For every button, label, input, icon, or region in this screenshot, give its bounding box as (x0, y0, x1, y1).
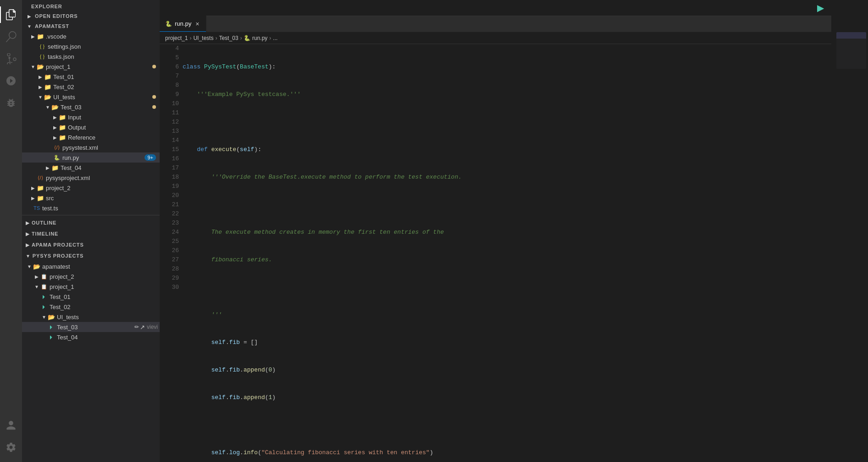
folder-icon5: 📁 (59, 124, 66, 131)
folder-icon8: 📁 (37, 184, 44, 192)
vscode-folder[interactable]: ▶ 📁 .vscode (22, 31, 160, 41)
chevron-right-icon4: ▶ (51, 113, 59, 121)
chevron-down-icon8: ▼ (40, 313, 48, 321)
chevron-right-icon5: ▶ (51, 124, 59, 131)
apama-projects-label: APAMA PROJECTS (32, 242, 84, 248)
chevron-right-icon7: ▶ (44, 164, 51, 171)
chevron-down-icon2: ▼ (29, 63, 37, 70)
breadcrumb: project_1 › UI_tests › Test_03 › 🐍 run.p… (160, 32, 831, 44)
test03-folder[interactable]: ▼ 📂 Test_03 (22, 102, 160, 112)
test02-label: Test_02 (51, 84, 160, 90)
run-py-tab[interactable]: 🐍 run.py × (160, 16, 206, 32)
pysys-test02[interactable]: ⏵ Test_02 (22, 302, 160, 312)
settings-json-file[interactable]: { } settings.json (22, 41, 160, 51)
uitests-folder[interactable]: ▼ 📂 UI_tests (22, 92, 160, 102)
pysys-test04[interactable]: ⏵ Test_04 (22, 332, 160, 342)
pysys-projects-label: PYSYS PROJECTS (33, 253, 83, 259)
cursor-indicator: ↗ (140, 324, 145, 331)
timeline-section-header[interactable]: ▶ TIMELINE (22, 228, 160, 239)
apamatest-label: APAMATEST (33, 23, 160, 29)
reference-folder[interactable]: ▶ 📁 Reference (22, 132, 160, 142)
tab-close-button[interactable]: × (194, 20, 200, 28)
chevron-down-icon6: ▼ (26, 263, 33, 270)
tasks-json-file[interactable]: { } tasks.json (22, 51, 160, 62)
apama-projects-header[interactable]: ▶ APAMA PROJECTS (22, 239, 160, 250)
pysys-uitests[interactable]: ▼ 📂 UI_tests (22, 312, 160, 322)
src-folder[interactable]: ▶ 📁 src (22, 193, 160, 203)
outline-section-header[interactable]: ▶ OUTLINE (22, 217, 160, 228)
pysys-project2[interactable]: ▶ 📋 project_2 (22, 271, 160, 282)
pysys-apamatest-folder[interactable]: ▼ 📂 apamatest (22, 261, 160, 271)
tab-label: run.py (175, 20, 191, 27)
breadcrumb-sep3: › (240, 35, 242, 41)
output-folder[interactable]: ▶ 📁 Output (22, 122, 160, 132)
open-editors-section[interactable]: ▶ OPEN EDITORS (22, 11, 160, 21)
code-editor[interactable]: 4 5 6 7 8 9 10 11 12 13 14 15 16 17 18 1… (160, 44, 831, 462)
reference-label: Reference (66, 134, 160, 141)
run-test-icon4: ⏵ (48, 333, 55, 341)
test04-folder[interactable]: ▶ 📁 Test_04 (22, 163, 160, 173)
pysys-project2-label: project_2 (48, 273, 160, 280)
pysystest-xml-label: pysystest.xml (61, 144, 160, 151)
folder-icon6: 📁 (59, 134, 66, 141)
folder-open-icon2: 📂 (44, 93, 51, 101)
code-content[interactable]: class PySysTest(BaseTest): '''Example Py… (183, 44, 831, 462)
project2-folder[interactable]: ▶ 📁 project_2 (22, 183, 160, 193)
pysys-test02-label: Test_02 (48, 304, 160, 310)
run-button[interactable]: ▶ (817, 2, 824, 13)
settings-json-label: settings.json (46, 43, 160, 50)
pysys-test03[interactable]: ⏵ Test_03 ✏ ↗ vievi (22, 322, 160, 332)
settings-activity-item[interactable] (0, 436, 22, 458)
src-label: src (44, 195, 160, 202)
activity-bar (0, 0, 22, 462)
pysys-project-icon2: 📋 (40, 283, 48, 290)
breadcrumb-uitests[interactable]: UI_tests (193, 35, 213, 41)
folder-open-icon4: 📂 (33, 263, 40, 270)
chevron-down-icon3: ▼ (37, 93, 44, 101)
divider1 (22, 215, 160, 215)
breadcrumb-runpy[interactable]: 🐍 run.py (244, 35, 267, 41)
uitests-badge (152, 95, 156, 99)
py-file-icon: 🐍 (53, 154, 61, 161)
tasks-json-label: tasks.json (46, 53, 160, 60)
explorer-activity-item[interactable] (0, 4, 22, 26)
folder-open-icon3: 📂 (51, 103, 59, 111)
breadcrumb-test03[interactable]: Test_03 (219, 35, 238, 41)
folder-icon4: 📁 (59, 113, 66, 121)
input-folder[interactable]: ▶ 📁 Input (22, 112, 160, 122)
pysys-projects-header[interactable]: ▼ PYSYS PROJECTS (22, 250, 160, 261)
pysysproject-xml-file[interactable]: ⟨/⟩ pysysproject.xml (22, 173, 160, 183)
source-control-activity-item[interactable] (0, 48, 22, 70)
pysystest-xml-file[interactable]: ⟨/⟩ pysystest.xml (22, 142, 160, 152)
folder-open-icon5: 📂 (48, 313, 55, 321)
chevron-right-icon: ▶ (29, 33, 37, 40)
breadcrumb-sep4: › (269, 35, 271, 41)
project1-folder[interactable]: ▼ 📂 project_1 (22, 62, 160, 72)
line-numbers: 4 5 6 7 8 9 10 11 12 13 14 15 16 17 18 1… (160, 44, 183, 462)
chevron-right-icon6: ▶ (51, 134, 59, 141)
test-ts-file[interactable]: TS test.ts (22, 203, 160, 213)
pysys-test04-label: Test_04 (55, 334, 160, 341)
extensions-activity-item[interactable] (0, 92, 22, 114)
breadcrumb-ellipsis[interactable]: ... (273, 35, 278, 41)
account-activity-item[interactable] (0, 414, 22, 436)
explorer-header[interactable]: EXPLORER (22, 0, 160, 11)
test02-folder[interactable]: ▶ 📁 Test_02 (22, 82, 160, 92)
apamatest-section[interactable]: ▼ APAMATEST (22, 21, 160, 31)
search-activity-item[interactable] (0, 26, 22, 48)
open-editors-label: OPEN EDITORS (33, 13, 160, 19)
edit-icon[interactable]: ✏ (134, 324, 139, 330)
test01-folder[interactable]: ▶ 📁 Test_01 (22, 72, 160, 82)
folder-icon7: 📁 (51, 164, 59, 171)
debug-activity-item[interactable] (0, 70, 22, 92)
test03-label: Test_03 (59, 104, 152, 111)
run-py-file[interactable]: 🐍 run.py 9+ (22, 152, 160, 163)
breadcrumb-project1[interactable]: project_1 (165, 35, 188, 41)
run-test-icon3: ⏵ (48, 323, 55, 331)
project2-label: project_2 (44, 185, 160, 192)
pysys-project1[interactable]: ▼ 📋 project_1 (22, 282, 160, 292)
minimap-highlight (836, 32, 866, 69)
editor-area: ▶ 🐍 run.py × project_1 › UI_tests › Test… (160, 0, 831, 462)
chevron-right-icon3: ▶ (37, 83, 44, 90)
pysys-test01[interactable]: ⏵ Test_01 (22, 292, 160, 302)
